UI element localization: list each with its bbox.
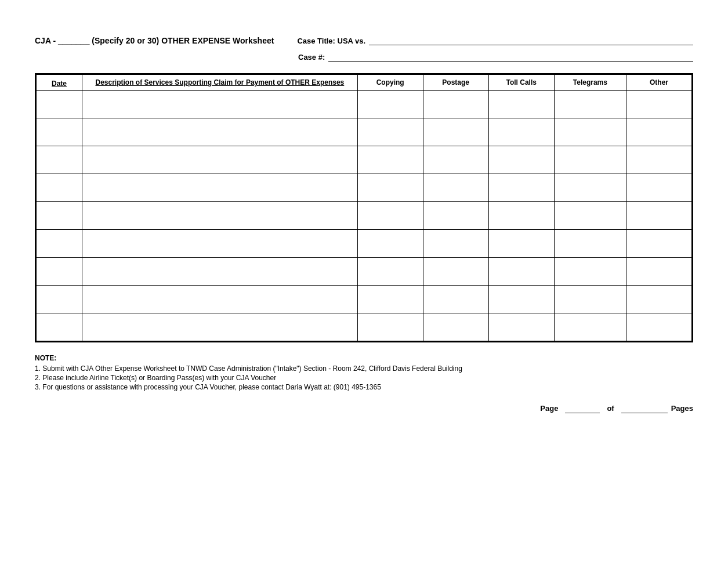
col-header-copying: Copying [357,75,423,91]
col-header-date: Date [37,75,82,91]
table-cell[interactable] [423,202,488,230]
notes-section: NOTE: 1. Submit with CJA Other Expense W… [35,354,693,391]
table-row [37,230,692,258]
table-cell[interactable] [82,202,358,230]
table-cell[interactable] [488,91,554,118]
case-num-label: Case #: [298,53,325,62]
table-row [37,258,692,286]
table-cell[interactable] [37,258,82,286]
table-cell[interactable] [82,286,358,313]
col-header-desc: Description of Services Supporting Claim… [82,75,358,91]
table-cell[interactable] [82,146,358,174]
col-header-telegrams: Telegrams [554,75,626,91]
table-cell[interactable] [554,202,626,230]
table-row [37,313,692,341]
table-cell[interactable] [488,313,554,341]
table-cell[interactable] [554,286,626,313]
table-cell[interactable] [37,202,82,230]
table-cell[interactable] [488,118,554,146]
table-cell[interactable] [423,146,488,174]
expense-table: Date Description of Services Supporting … [36,74,692,341]
table-cell[interactable] [357,146,423,174]
table-cell[interactable] [554,91,626,118]
table-cell[interactable] [37,91,82,118]
table-cell[interactable] [423,230,488,258]
page-container: CJA - _______ (Specify 20 or 30) OTHER E… [0,0,728,436]
case-title-field[interactable] [369,35,693,45]
table-row [37,146,692,174]
table-cell[interactable] [423,118,488,146]
table-cell[interactable] [488,174,554,202]
table-cell[interactable] [554,230,626,258]
table-cell[interactable] [357,258,423,286]
col-header-other: Other [626,75,691,91]
table-cell[interactable] [423,258,488,286]
table-cell[interactable] [626,230,691,258]
table-row [37,286,692,313]
table-cell[interactable] [554,146,626,174]
of-label: of [607,404,614,413]
table-cell[interactable] [423,174,488,202]
table-cell[interactable] [626,146,691,174]
table-cell[interactable] [626,313,691,341]
notes-list: 1. Submit with CJA Other Expense Workshe… [35,364,693,391]
table-cell[interactable] [626,202,691,230]
table-cell[interactable] [37,146,82,174]
table-cell[interactable] [357,230,423,258]
notes-title: NOTE: [35,354,693,362]
case-title-label: Case Title: USA vs. [297,37,365,45]
table-cell[interactable] [82,91,358,118]
footer-row: Page of Pages [35,403,693,413]
table-cell[interactable] [488,146,554,174]
expense-table-wrapper: Date Description of Services Supporting … [35,73,693,342]
note-item-3: 3. For questions or assistance with proc… [35,383,693,391]
table-cell[interactable] [37,174,82,202]
table-row [37,174,692,202]
header-row1: CJA - _______ (Specify 20 or 30) OTHER E… [35,35,693,45]
table-cell[interactable] [37,118,82,146]
note-item-1: 1. Submit with CJA Other Expense Workshe… [35,364,693,373]
table-cell[interactable] [357,202,423,230]
table-cell[interactable] [82,258,358,286]
table-cell[interactable] [82,118,358,146]
table-cell[interactable] [554,118,626,146]
table-cell[interactable] [82,313,358,341]
col-header-toll: Toll Calls [488,75,554,91]
page-label: Page [540,404,558,413]
table-cell[interactable] [37,230,82,258]
table-cell[interactable] [423,313,488,341]
table-cell[interactable] [626,286,691,313]
table-row [37,118,692,146]
table-cell[interactable] [357,118,423,146]
table-cell[interactable] [423,91,488,118]
table-cell[interactable] [626,118,691,146]
header-row2: Case #: [35,51,693,62]
table-cell[interactable] [488,258,554,286]
table-cell[interactable] [626,258,691,286]
table-cell[interactable] [488,230,554,258]
table-cell[interactable] [554,174,626,202]
table-cell[interactable] [82,230,358,258]
table-cell[interactable] [626,174,691,202]
case-title-line: Case Title: USA vs. [297,35,693,45]
table-cell[interactable] [37,313,82,341]
table-cell[interactable] [82,174,358,202]
note-item-2: 2. Please include Airline Ticket(s) or B… [35,374,693,382]
table-cell[interactable] [357,313,423,341]
header-section: CJA - _______ (Specify 20 or 30) OTHER E… [35,35,693,62]
table-cell[interactable] [554,258,626,286]
pages-label: Pages [671,404,693,413]
table-cell[interactable] [357,286,423,313]
case-num-align: Case #: [298,51,693,62]
table-cell[interactable] [37,286,82,313]
case-num-field[interactable] [328,51,693,62]
table-cell[interactable] [357,91,423,118]
table-cell[interactable] [626,91,691,118]
table-cell[interactable] [488,202,554,230]
table-cell[interactable] [423,286,488,313]
page-number-field [565,403,600,413]
pages-total-field [621,403,668,413]
table-cell[interactable] [357,174,423,202]
table-cell[interactable] [554,313,626,341]
table-cell[interactable] [488,286,554,313]
